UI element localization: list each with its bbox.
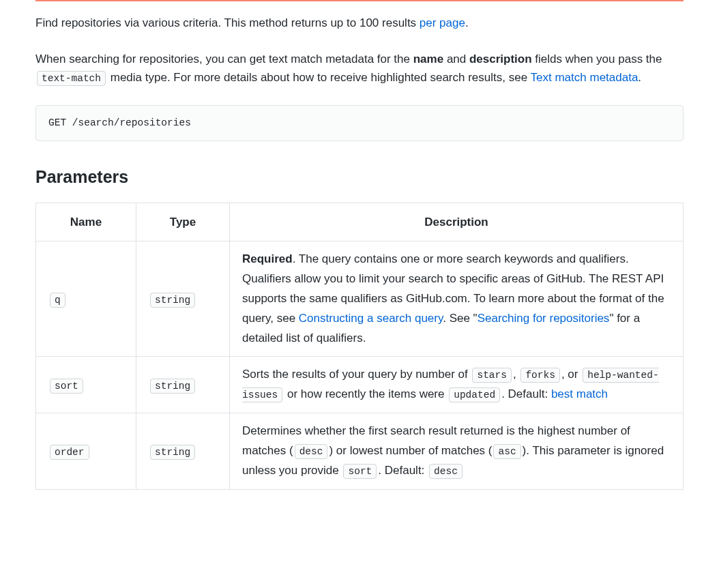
desc-code: desc [295, 444, 328, 459]
param-type-q: string [150, 293, 195, 308]
table-row-sort: sort string Sorts the results of your qu… [36, 357, 684, 413]
table-row-q: q string Required. The query contains on… [36, 241, 684, 356]
asc-code: asc [493, 444, 520, 459]
intro-text-suffix: . [465, 16, 469, 29]
param-name-q: q [50, 293, 65, 308]
param-desc-order: Determines whether the first search resu… [230, 413, 684, 490]
intro2-part2: and [443, 53, 469, 65]
best-match-link[interactable]: best match [551, 387, 608, 400]
name-strong: name [413, 53, 443, 65]
intro2-part4: media type. For more details about how t… [107, 71, 531, 84]
constructing-query-link[interactable]: Constructing a search query [299, 312, 443, 325]
th-name: Name [36, 203, 136, 241]
param-desc-q: Required. The query contains one or more… [230, 241, 684, 356]
intro-paragraph-1: Find repositories via various criteria. … [35, 14, 684, 32]
endpoint-code-block: GET /search/repositories [35, 105, 684, 141]
intro-text: Find repositories via various criteria. … [35, 16, 420, 29]
top-border [35, 0, 684, 1]
intro2-part1: When searching for repositories, you can… [35, 53, 413, 65]
forks-code: forks [520, 368, 560, 383]
required-label: Required [242, 252, 293, 265]
sort-code: sort [343, 464, 377, 479]
table-row-order: order string Determines whether the firs… [36, 413, 684, 490]
parameters-table: Name Type Description q string Required.… [35, 203, 684, 490]
stars-code: stars [472, 368, 512, 383]
intro2-part3: fields when you pass the [532, 53, 662, 65]
updated-code: updated [449, 387, 500, 402]
table-header-row: Name Type Description [36, 203, 684, 241]
default-desc-code: desc [429, 464, 463, 479]
per-page-link[interactable]: per page [420, 16, 465, 29]
param-desc-sort: Sorts the results of your query by numbe… [230, 357, 684, 413]
param-type-order: string [150, 445, 195, 460]
intro2-suffix: . [638, 71, 641, 84]
param-name-sort: sort [50, 379, 83, 394]
parameters-heading: Parameters [35, 163, 684, 190]
text-match-code: text-match [37, 71, 106, 86]
text-match-metadata-link[interactable]: Text match metadata [531, 71, 639, 84]
searching-repos-link[interactable]: Searching for repositories [478, 312, 610, 325]
description-strong: description [469, 53, 532, 65]
param-type-sort: string [150, 379, 195, 394]
th-description: Description [230, 203, 684, 241]
param-name-order: order [50, 445, 89, 460]
intro-paragraph-2: When searching for repositories, you can… [35, 50, 684, 87]
th-type: Type [136, 203, 230, 241]
